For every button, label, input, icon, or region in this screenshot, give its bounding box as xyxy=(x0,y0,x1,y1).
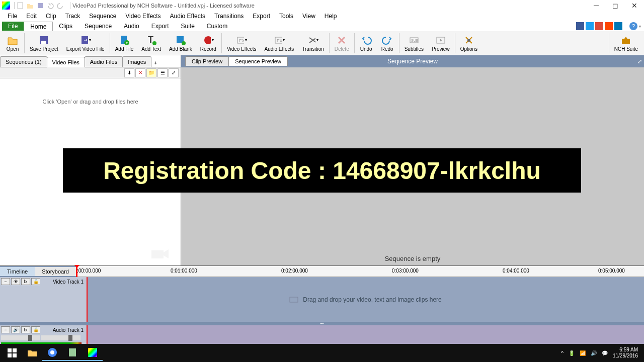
facebook-icon[interactable] xyxy=(576,22,584,30)
preview-detach-icon[interactable]: ⤢ xyxy=(637,58,642,65)
tray-wifi-icon[interactable]: 📶 xyxy=(580,350,586,356)
svg-point-8 xyxy=(152,41,156,45)
tray-volume-icon[interactable]: 🔊 xyxy=(591,350,597,356)
ribbon-tab-custom[interactable]: Custom xyxy=(201,22,233,31)
add-blank-button[interactable]: Add Blank xyxy=(165,32,196,54)
ribbon-tab-export[interactable]: Export xyxy=(145,22,175,31)
taskbar-explorer[interactable] xyxy=(22,345,42,361)
taskbar-chrome[interactable] xyxy=(42,345,62,361)
detach-button[interactable]: ⤢ xyxy=(169,68,179,77)
menu-file[interactable]: File xyxy=(3,12,22,21)
reddit-icon[interactable] xyxy=(605,22,613,30)
undo-button[interactable]: Undo xyxy=(356,32,377,54)
minimize-button[interactable]: ─ xyxy=(593,2,600,9)
menu-sequence[interactable]: Sequence xyxy=(85,12,121,21)
tab-sequences[interactable]: Sequences (1) xyxy=(0,56,47,67)
preview-button[interactable]: Preview xyxy=(428,32,454,54)
ruler-tick: :00:00.000 xyxy=(77,268,101,274)
export-video-button[interactable]: Export Video File xyxy=(62,32,109,54)
tab-audio-files[interactable]: Audio Files xyxy=(85,56,123,67)
save-icon[interactable] xyxy=(37,2,44,9)
ribbon-tab-sequence[interactable]: Sequence xyxy=(78,22,118,31)
track-lock-button[interactable]: 🔒 xyxy=(31,326,40,333)
tab-timeline[interactable]: Timeline xyxy=(0,267,35,276)
help-dropdown-icon[interactable]: ▾ xyxy=(639,24,641,29)
taskbar-notepad[interactable] xyxy=(62,345,83,361)
menu-tools[interactable]: Tools xyxy=(275,12,298,21)
sort-button[interactable]: ⬇ xyxy=(124,68,134,77)
menu-view[interactable]: View xyxy=(298,12,320,21)
system-clock[interactable]: 6:59 AM 11/29/2016 xyxy=(613,347,638,359)
menu-transitions[interactable]: Transitions xyxy=(210,12,248,21)
timeline-ruler[interactable]: :00:00.000 0:01:00.000 0:02:00.000 0:03:… xyxy=(76,266,644,277)
svg-rect-20 xyxy=(622,39,630,44)
nch-suite-button[interactable]: NCH Suite xyxy=(610,32,642,54)
ribbon-tab-clips[interactable]: Clips xyxy=(53,22,78,31)
menu-help[interactable]: Help xyxy=(320,12,342,21)
transition-icon xyxy=(307,35,315,46)
redo-icon[interactable] xyxy=(57,2,64,9)
tab-images[interactable]: Images xyxy=(122,56,151,67)
ribbon-tab-file[interactable]: File xyxy=(2,22,24,31)
video-fx-icon: FX xyxy=(236,35,244,46)
menu-edit[interactable]: Edit xyxy=(22,12,41,21)
tab-sequence-preview[interactable]: Sequence Preview xyxy=(228,56,288,66)
video-track-header: − 👁 fx 🔒 Video Track 1 xyxy=(0,277,87,322)
track-fx-button[interactable]: fx xyxy=(21,278,30,285)
transition-button[interactable]: Transition xyxy=(298,32,328,54)
menu-clip[interactable]: Clip xyxy=(41,12,61,21)
svg-rect-23 xyxy=(8,348,12,352)
video-effects-button[interactable]: FX Video Effects xyxy=(223,32,261,54)
open-icon[interactable] xyxy=(27,2,34,9)
tab-video-files[interactable]: Video Files xyxy=(47,57,85,67)
track-mute-button[interactable]: 🔊 xyxy=(11,326,20,333)
track-visible-button[interactable]: 👁 xyxy=(11,278,20,285)
audio-effects-button[interactable]: FX Audio Effects xyxy=(261,32,298,54)
tray-battery-icon[interactable]: 🔋 xyxy=(569,350,575,356)
undo-icon[interactable] xyxy=(47,2,54,9)
options-button[interactable]: Options xyxy=(456,32,481,54)
tab-storyboard[interactable]: Storyboard xyxy=(35,267,76,276)
svg-rect-26 xyxy=(13,353,17,357)
pan-slider[interactable] xyxy=(1,335,40,340)
add-file-button[interactable]: Add File xyxy=(111,32,138,54)
list-view-button[interactable]: ☰ xyxy=(157,68,168,77)
delete-button[interactable]: Delete xyxy=(331,32,353,54)
track-collapse-button[interactable]: − xyxy=(1,278,10,285)
track-fx-button[interactable]: fx xyxy=(21,326,30,333)
start-button[interactable] xyxy=(2,345,22,361)
add-tab-button[interactable]: + xyxy=(151,59,160,67)
save-project-button[interactable]: Save Project xyxy=(26,32,62,54)
tray-expand-icon[interactable]: ^ xyxy=(561,350,564,356)
maximize-button[interactable]: ◻ xyxy=(612,2,619,9)
remove-button[interactable]: ✕ xyxy=(135,68,145,77)
menu-track[interactable]: Track xyxy=(61,12,85,21)
menu-video-effects[interactable]: Video Effects xyxy=(121,12,165,21)
taskbar-videopad[interactable] xyxy=(83,345,103,361)
video-track[interactable]: − 👁 fx 🔒 Video Track 1 Drag and drop you… xyxy=(0,277,644,322)
help-icon[interactable]: ? xyxy=(629,22,637,30)
googleplus-icon[interactable] xyxy=(595,22,603,30)
tab-clip-preview[interactable]: Clip Preview xyxy=(185,56,229,66)
tray-notifications-icon[interactable]: 💬 xyxy=(602,350,608,356)
subtitles-button[interactable]: SUB Subtitles xyxy=(400,32,428,54)
menu-audio-effects[interactable]: Audio Effects xyxy=(166,12,210,21)
redo-button[interactable]: Redo xyxy=(377,32,398,54)
ribbon-tab-audio[interactable]: Audio xyxy=(118,22,145,31)
volume-slider[interactable] xyxy=(41,335,80,340)
add-text-button[interactable]: T Add Text xyxy=(137,32,165,54)
menu-export[interactable]: Export xyxy=(248,12,275,21)
twitter-icon[interactable] xyxy=(586,22,594,30)
ribbon-tab-home[interactable]: Home xyxy=(24,22,53,31)
open-button[interactable]: Open xyxy=(2,32,23,54)
track-lock-button[interactable]: 🔒 xyxy=(31,278,40,285)
windows-icon xyxy=(8,348,17,357)
close-button[interactable]: ✕ xyxy=(631,2,638,9)
add-blank-icon xyxy=(175,35,186,46)
track-collapse-button[interactable]: − xyxy=(1,326,10,333)
linkedin-icon[interactable] xyxy=(614,22,622,30)
new-icon[interactable] xyxy=(17,2,24,9)
add-folder-button[interactable]: 📁 xyxy=(146,68,156,77)
ribbon-tab-suite[interactable]: Suite xyxy=(175,22,200,31)
record-button[interactable]: Record xyxy=(196,32,220,54)
